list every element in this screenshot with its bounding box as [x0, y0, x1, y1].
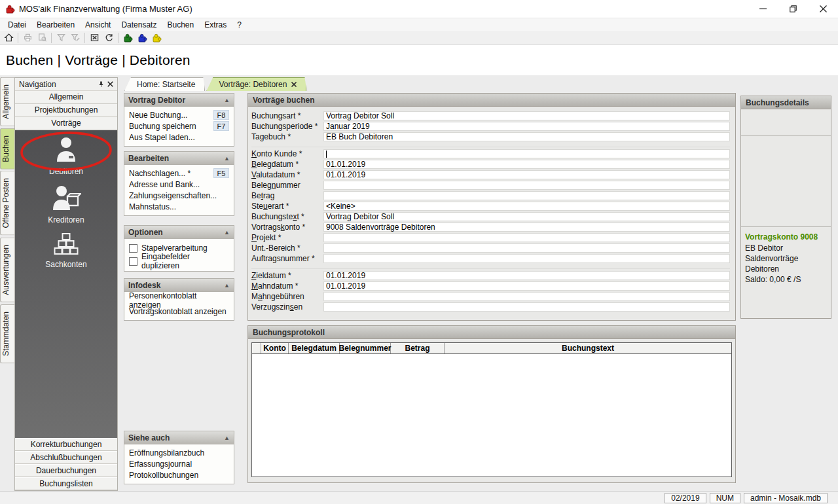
column-header-betrag[interactable]: Betrag — [391, 343, 445, 353]
field-buchungsart[interactable]: Vortrag Debitor Soll — [323, 111, 730, 120]
nav-item-abschlussbuchungen[interactable]: Abschlußbuchungen — [15, 451, 117, 464]
action-mahnstatus[interactable]: Mahnstatus... — [124, 201, 234, 212]
action-nachschlagen[interactable]: Nachschlagen... *F5 — [124, 168, 234, 179]
menu-buchen[interactable]: Buchen — [162, 19, 199, 31]
side-tab-auswertungen[interactable]: Auswertungen — [0, 238, 14, 302]
action-aus-stapel-laden[interactable]: Aus Stapel laden... — [124, 132, 234, 143]
nav-item-vortraege[interactable]: Vorträge — [15, 117, 117, 130]
section-header[interactable]: Vortrag Debitor▲ — [124, 94, 234, 107]
nav-item-dauerbuchungen[interactable]: Dauerbuchungen — [15, 464, 117, 477]
close-icon[interactable] — [105, 80, 115, 89]
field-mahngebuehren[interactable] — [323, 292, 730, 301]
section-header[interactable]: Bearbeiten▲ — [124, 152, 234, 165]
side-tab-offene-posten[interactable]: Offene Posten — [0, 171, 14, 236]
section-header[interactable]: Optionen▲ — [124, 226, 234, 239]
refresh-icon[interactable] — [101, 31, 116, 45]
details-account-section: Vortragskonto 9008 EB Debitor Saldenvort… — [741, 227, 831, 318]
close-button[interactable] — [808, 0, 838, 18]
side-tab-allgemein[interactable]: Allgemein — [0, 77, 14, 126]
action-eroeffnungsbilanzbuch[interactable]: Eröffnungsbilanzbuch — [124, 447, 234, 458]
protocol-table[interactable]: Konto Belegdatum Belegnummer Betrag Buch… — [251, 342, 732, 477]
puzzle-blue-icon[interactable] — [135, 31, 149, 45]
menu-extras[interactable]: Extras — [199, 19, 232, 31]
field-buchungsperiode[interactable]: Januar 2019 — [323, 122, 730, 131]
restore-button[interactable] — [778, 0, 808, 18]
pin-icon[interactable] — [96, 80, 105, 89]
column-header-belegnummer[interactable]: Belegnummer — [340, 343, 391, 353]
field-vortragskonto[interactable]: 9008 Saldenvorträge Debitoren — [323, 223, 730, 232]
checkbox-icon[interactable] — [129, 257, 137, 266]
form-title: Vorträge buchen — [248, 94, 735, 107]
column-header-belegdatum[interactable]: Belegdatum — [289, 343, 340, 353]
field-verzugszinsen[interactable] — [323, 302, 730, 312]
side-tab-buchen[interactable]: Buchen — [0, 128, 14, 170]
menu-datensatz[interactable]: Datensatz — [116, 19, 162, 31]
nav-icon-debitoren[interactable]: Debitoren — [17, 135, 115, 184]
details-line: EB Debitor — [745, 243, 827, 253]
nav-icon-sachkonten[interactable]: Sachkonten — [17, 232, 115, 281]
menu-ansicht[interactable]: Ansicht — [80, 19, 116, 31]
collapse-arrow-icon: ▲ — [224, 97, 230, 103]
action-buchung-speichern[interactable]: Buchung speichernF7 — [124, 120, 234, 132]
nav-item-buchungslisten[interactable]: Buchungslisten — [15, 477, 117, 490]
field-betrag[interactable] — [323, 191, 730, 200]
menu-bearbeiten[interactable]: Bearbeiten — [31, 19, 80, 31]
cancel-icon[interactable] — [87, 31, 101, 45]
menu-help[interactable]: ? — [232, 19, 247, 31]
checkbox-eingabefelder-duplizieren[interactable]: Eingabefelder duplizieren — [124, 255, 234, 268]
field-belegnummer[interactable] — [323, 181, 730, 190]
field-mahndatum[interactable]: 01.01.2019 — [323, 281, 730, 291]
field-label-vortragskonto: Vortragskonto * — [251, 223, 323, 232]
section-optionen: Optionen▲ Stapelverarbeitung Eingabefeld… — [124, 225, 234, 272]
field-konto-kunde[interactable] — [323, 149, 730, 158]
section-header[interactable]: Infodesk▲ — [124, 279, 234, 292]
checkbox-icon[interactable] — [129, 244, 137, 253]
nav-item-projektbuchungen[interactable]: Projektbuchungen — [15, 104, 117, 117]
field-label-betrag: Betrag — [251, 191, 323, 200]
field-zieldatum[interactable]: 01.01.2019 — [323, 271, 730, 280]
tab-close-icon[interactable] — [291, 82, 297, 87]
action-erfassungsjournal[interactable]: Erfassungsjournal — [124, 458, 234, 469]
tab-home-startseite[interactable]: Home: Startseite — [124, 77, 205, 91]
field-steuerart[interactable]: <Keine> — [323, 202, 730, 211]
details-account-heading: Vortragskonto 9008 — [745, 232, 827, 242]
tab-vortraege-debitoren[interactable]: Vorträge: Debitoren — [206, 77, 306, 91]
field-projekt[interactable] — [323, 233, 730, 242]
toolbar — [0, 31, 838, 45]
details-title: Buchungsdetails — [741, 96, 831, 109]
print-preview-icon[interactable] — [35, 31, 49, 45]
filter-edit-icon[interactable] — [68, 31, 82, 45]
home-icon[interactable] — [1, 31, 16, 45]
field-label-steuerart: Steuerart * — [251, 202, 323, 211]
nav-icon-kreditoren[interactable]: Kreditoren — [17, 184, 115, 232]
action-adresse-und-bank[interactable]: Adresse und Bank... — [124, 179, 234, 190]
action-vortragskontoblatt[interactable]: Vortragskontoblatt anzeigen — [124, 306, 234, 317]
field-auftragsnummer[interactable] — [323, 254, 730, 263]
field-valutadatum[interactable]: 01.01.2019 — [323, 170, 730, 179]
field-tagebuch[interactable]: EB Buch Debitoren — [323, 132, 730, 141]
section-header[interactable]: Siehe auch▲ — [124, 431, 234, 444]
field-belegdatum[interactable]: 01.01.2019 — [323, 160, 730, 169]
nav-item-korrekturbuchungen[interactable]: Korrekturbuchungen — [15, 438, 117, 451]
field-label-projekt: Projekt * — [251, 233, 323, 242]
shortcut-badge: F5 — [213, 168, 229, 178]
action-neue-buchung[interactable]: Neue Buchung...F8 — [124, 109, 234, 120]
side-tab-stammdaten[interactable]: Stammdaten — [0, 304, 14, 363]
nav-item-allgemein[interactable]: Allgemein — [15, 91, 117, 104]
navigation-title: Navigation — [19, 80, 96, 89]
print-icon[interactable] — [20, 31, 35, 45]
minimize-button[interactable] — [748, 0, 778, 18]
column-header-konto[interactable]: Konto — [261, 343, 289, 353]
action-zahlungseigenschaften[interactable]: Zahlungseigenschaften... — [124, 190, 234, 201]
action-protokollbuchungen[interactable]: Protokollbuchungen — [124, 469, 234, 480]
menu-datei[interactable]: Datei — [3, 19, 31, 31]
field-buchungstext[interactable]: Vortrag Debitor Soll — [323, 212, 730, 221]
shortcut-badge: F8 — [213, 110, 229, 120]
puzzle-yellow-icon[interactable] — [149, 31, 164, 45]
filter-icon[interactable] — [54, 31, 68, 45]
action-personenkontoblatt[interactable]: Personenkontoblatt anzeigen — [124, 295, 234, 306]
field-unt-bereich[interactable] — [323, 243, 730, 253]
puzzle-green-icon[interactable] — [120, 31, 135, 45]
column-header-buchungstext[interactable]: Buchungstext — [445, 343, 731, 353]
field-label-mahngebuehren: Mahngebühren — [251, 292, 323, 301]
